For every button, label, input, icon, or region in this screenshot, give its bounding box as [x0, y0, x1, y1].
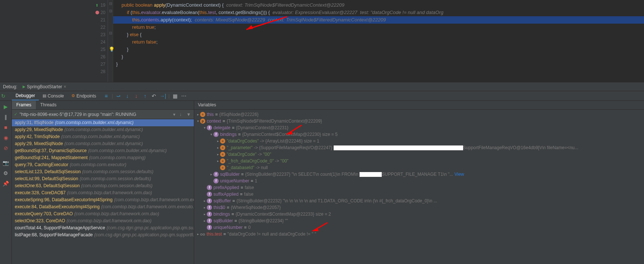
code-area[interactable]: public boolean apply(DynamicContext cont…	[113, 0, 644, 82]
expand-icon[interactable]: ▸	[202, 206, 207, 209]
frame-item[interactable]: execute:328, CoreDAO$7(com.comtop.bizp.d…	[12, 189, 194, 196]
gutter-marker-icon[interactable]: ⬆	[95, 3, 99, 7]
thread-selector[interactable]: ✓ "http-nio-8096-exec-5"@17,729 in group…	[12, 110, 194, 119]
var-icon: p	[200, 119, 205, 124]
expand-icon[interactable]: ▸	[216, 159, 220, 163]
collapse-icon[interactable]: ▾	[196, 119, 200, 123]
evaluate-icon[interactable]: ▦	[172, 93, 178, 99]
drop-frame-icon[interactable]: ↶	[151, 93, 157, 99]
line-number: 28	[97, 69, 105, 74]
line-number: 23	[97, 32, 105, 37]
watch-icon: oo	[200, 232, 205, 237]
frame-item[interactable]: query:79, CachingExecutor(com.comtop.cor…	[12, 161, 194, 168]
check-icon: ✓	[14, 112, 17, 117]
frame-item[interactable]: apply:31, IfSqlNode(com.comtop.corm.buil…	[12, 119, 194, 126]
frame-item[interactable]: execute:84, DataBaseExecutorImpl4Spring(…	[12, 203, 194, 210]
run-icon: ▶	[23, 85, 26, 89]
threads-tab[interactable]: Threads	[36, 101, 61, 109]
rerun-icon[interactable]: ↻	[0, 93, 7, 99]
line-number: 25	[97, 47, 105, 52]
expand-icon[interactable]: ▸	[209, 172, 213, 176]
trace-icon[interactable]: ⋯	[181, 93, 187, 99]
var-icon: f	[207, 198, 212, 203]
frame-item[interactable]: listPage:68, SupportFileManageFacade(com…	[12, 232, 194, 239]
var-icon: f	[207, 125, 212, 130]
camera-icon[interactable]: 📷	[1, 158, 10, 167]
fold-icon[interactable]: ⊟	[108, 0, 113, 7]
tab-console[interactable]: ▤Console	[39, 92, 68, 100]
pause-icon[interactable]: ∥	[1, 113, 10, 121]
dropdown-icon[interactable]: ▾	[173, 112, 175, 117]
expand-icon[interactable]: ▸	[202, 199, 207, 203]
prev-frame-icon[interactable]: ↓	[178, 112, 183, 117]
close-icon[interactable]: ×	[64, 84, 66, 89]
tab-endpoints[interactable]: ⚙Endpoints	[68, 92, 100, 100]
step-into-icon[interactable]: ↓	[124, 93, 131, 99]
line-number: 22	[97, 25, 105, 30]
fold-column[interactable]: ⊟ ⊟ ⊟ ⊡	[108, 0, 113, 82]
view-link[interactable]: View	[455, 172, 464, 177]
run-to-cursor-icon[interactable]: →|	[159, 93, 166, 99]
run-config-chip[interactable]: ▶ SpringBootStarter ×	[20, 83, 68, 90]
frame-item[interactable]: selectOne:63, DefaultSqlSession(com.comt…	[12, 182, 194, 189]
expand-icon[interactable]: ▸	[216, 146, 220, 150]
resume-icon[interactable]: ▶	[1, 102, 10, 111]
var-icon: f	[207, 192, 212, 197]
debug-body: ▶ ∥ ■ ◉ ⊘ 📷 ⚙ 📌 Frames Threads ✓ "http-n…	[0, 101, 644, 264]
filter-icon[interactable]: ▼	[186, 112, 192, 117]
variables-header: Variables	[194, 101, 644, 110]
var-icon: f	[213, 132, 219, 137]
force-step-into-icon[interactable]: ↓	[133, 93, 139, 99]
frame-item[interactable]: selectOne:323, CoreDAO(com.comtop.bizp.d…	[12, 217, 194, 224]
frame-item[interactable]: getBoundSql:241, MappedStatement(com.com…	[12, 154, 194, 161]
frame-item[interactable]: selectList:123, DefaultSqlSession(com.co…	[12, 168, 194, 175]
editor-left-margin	[0, 0, 85, 82]
collapse-icon[interactable]: ▾	[209, 133, 213, 136]
frame-item[interactable]: apply:29, MixedSqlNode(com.comtop.corm.b…	[12, 140, 194, 147]
mute-breakpoints-icon[interactable]: ⊘	[1, 144, 10, 152]
view-breakpoints-icon[interactable]: ◉	[1, 133, 10, 142]
var-icon: f	[207, 212, 212, 217]
variables-tree[interactable]: ▸≡this={IfSqlNode@22226} ▾pcontext={Trim…	[194, 110, 644, 264]
show-execution-point-icon[interactable]: ≡	[103, 93, 109, 99]
editor-gutter[interactable]: 19⬆ 20 21 22 23 24 25 26 27 28	[85, 0, 108, 82]
frame-item[interactable]: apply:29, MixedSqlNode(com.comtop.corm.b…	[12, 126, 194, 133]
var-icon: f	[207, 205, 212, 210]
frame-item[interactable]: getBoundSql:37, DynamicSqlSource(com.com…	[12, 147, 194, 154]
frame-item[interactable]: executeSpring:96, DataBaseExecutorImpl4S…	[12, 196, 194, 203]
fold-icon[interactable]: ⊟	[108, 30, 113, 37]
expand-icon[interactable]: ▸	[216, 139, 220, 143]
frame-item[interactable]: countTotal:44, SupportFileManageAppServi…	[12, 224, 194, 232]
expand-icon[interactable]: ▸	[202, 212, 207, 216]
frames-tab[interactable]: Frames	[12, 101, 36, 109]
debug-toolbar: Debug: ▶ SpringBootStarter ×	[0, 82, 644, 91]
debug-tabs-row: ↻ Debugger ▤Console ⚙Endpoints ≡ | ⤻ ↓ ↓…	[0, 91, 644, 101]
fold-icon[interactable]: ⊟	[108, 7, 113, 15]
endpoints-icon: ⚙	[71, 93, 75, 98]
step-out-icon[interactable]: ↑	[142, 93, 148, 99]
variables-panel: Variables ▸≡this={IfSqlNode@22226} ▾pcon…	[194, 101, 644, 264]
collapse-icon[interactable]: ▾	[202, 126, 207, 130]
frames-panel: Frames Threads ✓ "http-nio-8096-exec-5"@…	[12, 101, 194, 264]
var-icon: f	[213, 178, 219, 184]
settings-icon[interactable]: ⚙	[1, 169, 10, 178]
breakpoint-icon[interactable]	[95, 11, 99, 14]
var-icon: ≡	[220, 145, 225, 150]
line-number: 27	[97, 62, 105, 67]
step-over-icon[interactable]: ⤻	[115, 93, 122, 99]
intention-bulb-icon[interactable]: 💡	[109, 46, 115, 53]
expand-icon[interactable]: ▸	[196, 113, 200, 116]
frame-item[interactable]: apply:42, TrimSqlNode(com.comtop.corm.bu…	[12, 133, 194, 140]
frame-item[interactable]: executeQuery:703, CoreDAO(com.comtop.biz…	[12, 210, 194, 217]
expand-icon[interactable]: ▸	[216, 152, 220, 156]
tab-debugger[interactable]: Debugger	[12, 92, 39, 100]
expand-icon[interactable]: ▸	[202, 219, 207, 223]
stop-icon[interactable]: ■	[1, 123, 10, 132]
frame-list[interactable]: apply:31, IfSqlNode(com.comtop.corm.buil…	[12, 119, 194, 264]
debug-label: Debug:	[3, 84, 17, 89]
expand-icon[interactable]: ▸	[196, 232, 200, 236]
var-icon: f	[207, 185, 212, 190]
pin-icon[interactable]: 📌	[1, 179, 10, 188]
frame-item[interactable]: selectList:99, DefaultSqlSession(com.com…	[12, 175, 194, 182]
var-icon: ≡	[220, 165, 225, 170]
